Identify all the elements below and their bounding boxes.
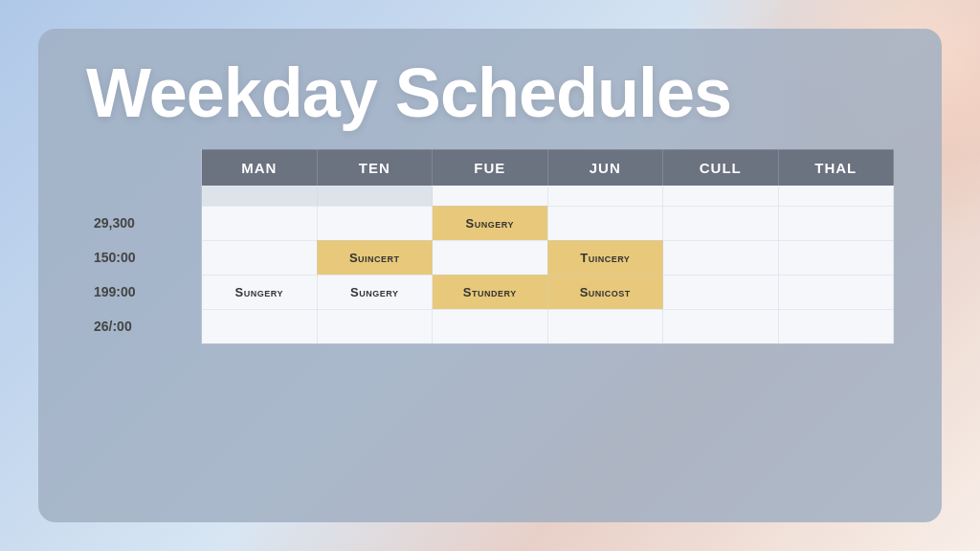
table-row	[86, 186, 894, 206]
table-cell	[547, 206, 663, 240]
table-cell	[317, 206, 433, 240]
table-cell	[663, 275, 779, 309]
table-row: 26/:00	[86, 309, 894, 343]
table-row: 150:00 Suincert Tuincery	[86, 240, 894, 275]
table-cell	[778, 206, 894, 240]
table-cell	[663, 186, 779, 206]
table-cell: Sungery	[433, 206, 548, 240]
table-cell	[663, 206, 779, 240]
time-cell: 199:00	[86, 275, 202, 309]
page-title: Weekday Schedules	[86, 57, 894, 130]
table-cell	[317, 309, 433, 343]
table-cell	[317, 186, 433, 206]
table-cell	[778, 275, 894, 309]
col-fue: FUE	[433, 149, 548, 186]
table-cell: Sungery	[202, 275, 318, 309]
header-row: MAN TEN FUE JUN CULL THAL	[86, 149, 894, 186]
table-row: 29,300 Sungery	[86, 206, 894, 240]
table-cell	[547, 186, 663, 206]
table-cell: Tuincery	[547, 240, 663, 275]
table-cell	[433, 186, 548, 206]
col-thal: THAL	[778, 149, 894, 186]
table-cell	[433, 240, 548, 275]
table-cell	[202, 240, 318, 275]
table-cell: Sungery	[317, 275, 433, 309]
col-cull: CULL	[663, 149, 779, 186]
table-cell	[547, 309, 663, 343]
col-empty	[86, 149, 202, 186]
table-cell	[202, 206, 318, 240]
table-cell	[778, 309, 894, 343]
schedule-table: MAN TEN FUE JUN CULL THAL 29,300	[86, 149, 894, 344]
time-cell: 29,300	[86, 206, 202, 240]
table-row: 199:00 Sungery Sungery Stundery Sunicost	[86, 275, 894, 309]
table-cell: Sunicost	[547, 275, 663, 309]
table-cell	[778, 240, 894, 275]
table-cell	[202, 309, 318, 343]
table-cell	[663, 240, 779, 275]
main-card: Weekday Schedules MAN TEN FUE JUN CULL T…	[38, 29, 942, 522]
table-cell	[663, 309, 779, 343]
table-cell	[202, 186, 318, 206]
col-man: MAN	[202, 149, 318, 186]
col-ten: TEN	[317, 149, 433, 186]
table-cell: Stundery	[433, 275, 548, 309]
table-cell	[778, 186, 894, 206]
time-cell: 150:00	[86, 240, 202, 275]
time-cell	[86, 186, 202, 206]
table-cell: Suincert	[317, 240, 433, 275]
col-jun: JUN	[547, 149, 663, 186]
time-cell: 26/:00	[86, 309, 202, 343]
table-cell	[433, 309, 548, 343]
